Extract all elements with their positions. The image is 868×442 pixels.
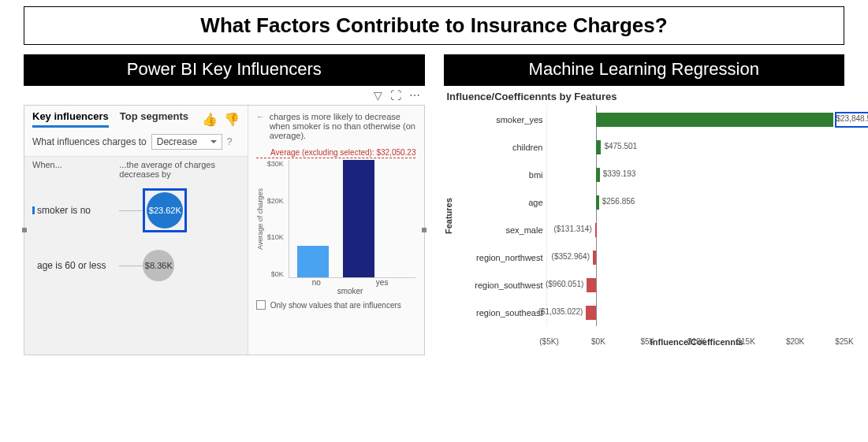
feature-label: smoker_yes — [453, 106, 546, 133]
highlight-box: $23.62K — [143, 188, 187, 232]
back-arrow-icon: ← — [256, 112, 265, 140]
x-tick: $20K — [786, 337, 804, 346]
powerbi-panel: Power BI Key Influencers ▽ ⛶ ⋯ Key influ… — [24, 54, 425, 360]
key-influencers-visual: Key influencers Top segments 👍 👎 What in… — [24, 105, 425, 355]
regression-panel: Machine Learning Regression Influence/Co… — [444, 54, 845, 360]
coefficient-bar-row[interactable]: ($960.051) — [547, 271, 845, 299]
left-section-header: Power BI Key Influencers — [24, 54, 425, 86]
focus-mode-icon[interactable]: ⛶ — [390, 89, 401, 102]
x-axis-label: smoker — [256, 287, 416, 295]
right-section-header: Machine Learning Regression — [444, 54, 845, 86]
coefficient-bar-row[interactable]: ($1,035.022) — [547, 299, 845, 326]
x-tick: ($5K) — [539, 337, 558, 346]
question-label: What influences charges to — [32, 136, 147, 147]
y-axis-label: Features — [444, 106, 453, 326]
bar-yes[interactable] — [343, 160, 374, 277]
coefficient-bar — [596, 168, 599, 182]
feature-label: children — [453, 133, 546, 161]
influencer-label: age is 60 or less — [32, 260, 119, 271]
highlight-box — [835, 112, 869, 128]
coefficient-value-label: $339.193 — [603, 169, 636, 178]
page-title: What Factors Contribute to Insurance Cha… — [24, 6, 844, 45]
x-tick: $5K — [640, 337, 654, 346]
y-tick: $0K — [267, 270, 284, 278]
x-tick: no — [312, 278, 321, 287]
feature-label: age — [453, 188, 546, 216]
influencer-row-age[interactable]: age is 60 or less $8.36K — [32, 250, 240, 281]
checkbox-label: Only show values that are influencers — [270, 301, 401, 310]
coefficient-bar-chart: Features smoker_yeschildrenbmiagesex_mal… — [444, 106, 845, 326]
help-icon[interactable]: ? — [227, 136, 233, 147]
coefficient-value-label: ($131.314) — [553, 225, 591, 233]
coefficient-bar-row[interactable]: ($352.964) — [547, 243, 845, 271]
thumbs-up-icon[interactable]: 👍 — [202, 112, 218, 127]
coefficient-bar — [593, 251, 596, 265]
x-tick: $0K — [591, 337, 605, 346]
y-tick: $10K — [267, 233, 284, 241]
coefficient-value-label: ($352.964) — [552, 252, 590, 261]
coefficient-bar — [596, 195, 598, 210]
coefficient-bar-row[interactable]: $475.501 — [547, 133, 845, 161]
influencer-bubble: $23.62K — [147, 192, 183, 228]
feature-label: region_northwest — [453, 243, 546, 271]
coefficient-value-label: $256.856 — [602, 197, 635, 206]
coefficient-bar — [596, 113, 833, 127]
coefficient-bar — [596, 140, 601, 154]
feature-label: region_southeast — [453, 299, 546, 326]
coefficient-value-label: ($960.051) — [546, 280, 583, 288]
column-header-when: When... — [32, 160, 119, 179]
coefficient-bar-row[interactable]: $23,848.535 — [547, 106, 845, 133]
feature-label: region_southwest — [453, 271, 546, 299]
coefficient-value-label: $475.501 — [604, 142, 637, 150]
x-tick: yes — [376, 278, 389, 287]
tab-top-segments[interactable]: Top segments — [120, 110, 188, 128]
bar-no[interactable] — [297, 246, 329, 277]
thumbs-down-icon[interactable]: 👎 — [224, 112, 240, 127]
tab-key-influencers[interactable]: Key influencers — [32, 110, 109, 128]
y-tick: $30K — [267, 160, 284, 168]
detail-bar-chart: Average of charges $30K $20K $10K $0K — [256, 160, 416, 278]
influencer-label: smoker is no — [32, 205, 119, 216]
coefficient-bar — [595, 223, 597, 237]
x-tick: $15K — [736, 337, 754, 346]
column-header-effect: ...the average of charges decreases by — [119, 160, 239, 179]
coefficient-bar — [586, 306, 596, 320]
x-tick: $10K — [687, 337, 706, 346]
coefficient-bar — [587, 278, 596, 292]
average-reference-line-label: Average (excluding selected): $32,050.23 — [256, 148, 416, 158]
x-tick: $25K — [835, 337, 853, 346]
feature-label: bmi — [453, 161, 546, 188]
explanation-text: charges is more likely to decrease when … — [270, 112, 416, 140]
coefficient-bar-row[interactable]: $256.856 — [547, 188, 845, 216]
filter-icon[interactable]: ▽ — [374, 89, 382, 102]
direction-dropdown[interactable]: Decrease — [151, 134, 222, 150]
regression-chart-title: Influence/Coefficennts by Features — [444, 86, 845, 106]
more-options-icon[interactable]: ⋯ — [409, 89, 420, 102]
influencer-bubble: $8.36K — [143, 250, 174, 281]
feature-label: sex_male — [453, 216, 546, 243]
coefficient-value-label: ($1,035.022) — [538, 307, 583, 316]
y-tick: $20K — [267, 197, 284, 205]
influencer-row-smoker[interactable]: smoker is no $23.62K — [32, 188, 240, 232]
coefficient-bar-row[interactable]: $339.193 — [547, 161, 845, 188]
only-influencers-checkbox[interactable] — [256, 300, 266, 310]
y-axis-label: Average of charges — [256, 160, 264, 278]
coefficient-bar-row[interactable]: ($131.314) — [547, 216, 845, 243]
